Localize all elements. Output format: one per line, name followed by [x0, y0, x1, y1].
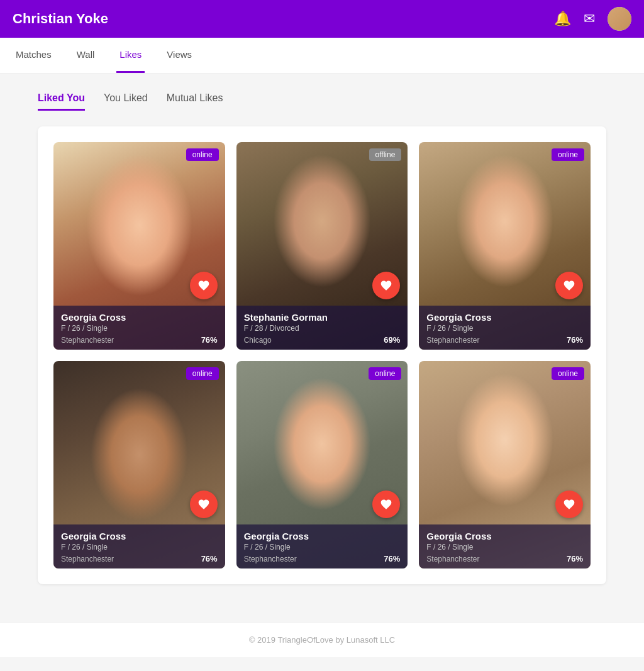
profile-match: 76% [201, 554, 218, 563]
profile-name: Georgia Cross [61, 312, 218, 323]
status-badge: offline [369, 148, 402, 161]
profile-location: Stephanchester [426, 336, 479, 345]
profiles-container: online Georgia Cross F / 26 / Single Ste… [38, 126, 606, 584]
profile-card[interactable]: online Georgia Cross F / 26 / Single Ste… [236, 361, 408, 568]
profile-details: F / 26 / Single [61, 324, 218, 333]
profile-details: F / 28 / Divorced [244, 324, 401, 333]
profile-name: Georgia Cross [244, 531, 401, 541]
card-footer: Stephanchester 76% [426, 554, 583, 563]
card-footer: Stephanchester 76% [61, 335, 218, 345]
status-badge: online [186, 367, 219, 380]
footer-text: © 2019 TriangleOfLove by Lunasoft LLC [249, 635, 395, 645]
nav-likes[interactable]: Likes [116, 38, 145, 73]
profile-location: Stephanchester [426, 555, 479, 563]
profile-details: F / 26 / Single [426, 324, 583, 333]
card-footer: Stephanchester 76% [426, 335, 583, 345]
mail-icon[interactable]: ✉ [584, 11, 595, 27]
tab-you-liked[interactable]: You Liked [104, 92, 148, 111]
nav-wall[interactable]: Wall [74, 38, 98, 73]
card-info: Georgia Cross F / 26 / Single Stephanche… [236, 524, 408, 568]
nav-views[interactable]: Views [164, 38, 195, 73]
nav-matches[interactable]: Matches [13, 38, 55, 73]
card-info: Georgia Cross F / 26 / Single Stephanche… [419, 306, 591, 350]
like-button[interactable] [372, 272, 400, 299]
app-header: Christian Yoke 🔔 ✉ [0, 0, 644, 38]
like-button[interactable] [555, 272, 583, 299]
profile-details: F / 26 / Single [61, 543, 218, 552]
card-info: Stephanie Gorman F / 28 / Divorced Chica… [236, 306, 408, 350]
profile-name: Georgia Cross [426, 531, 583, 541]
main-content: Liked You You Liked Mutual Likes online … [0, 74, 644, 603]
notification-icon[interactable]: 🔔 [554, 11, 571, 27]
profile-match: 76% [567, 554, 583, 563]
profile-name: Georgia Cross [426, 312, 583, 323]
profile-details: F / 26 / Single [426, 543, 583, 552]
profile-match: 76% [567, 335, 583, 345]
card-footer: Stephanchester 76% [244, 554, 401, 563]
profile-card[interactable]: offline Stephanie Gorman F / 28 / Divorc… [236, 142, 408, 350]
app-title: Christian Yoke [13, 11, 554, 27]
profile-details: F / 26 / Single [244, 543, 401, 552]
profile-card[interactable]: online Georgia Cross F / 26 / Single Ste… [53, 142, 225, 350]
profile-location: Stephanchester [244, 555, 297, 563]
status-badge: online [369, 367, 401, 380]
card-footer: Chicago 69% [244, 335, 401, 345]
profile-location: Stephanchester [61, 336, 114, 345]
profile-match: 69% [384, 335, 400, 345]
status-badge: online [552, 148, 584, 161]
status-badge: online [552, 367, 584, 380]
profile-card[interactable]: online Georgia Cross F / 26 / Single Ste… [53, 361, 225, 568]
card-info: Georgia Cross F / 26 / Single Stephanche… [53, 524, 225, 568]
header-icons: 🔔 ✉ [554, 7, 631, 31]
card-info: Georgia Cross F / 26 / Single Stephanche… [419, 524, 591, 568]
like-button[interactable] [190, 272, 218, 299]
profile-card[interactable]: online Georgia Cross F / 26 / Single Ste… [419, 361, 591, 568]
profile-name: Stephanie Gorman [244, 312, 401, 323]
page-footer: © 2019 TriangleOfLove by Lunasoft LLC [0, 622, 644, 657]
likes-tabs: Liked You You Liked Mutual Likes [38, 92, 606, 111]
avatar-image [608, 7, 631, 31]
profile-card[interactable]: online Georgia Cross F / 26 / Single Ste… [419, 142, 591, 350]
profile-match: 76% [201, 335, 218, 345]
status-badge: online [186, 148, 219, 161]
tab-mutual-likes[interactable]: Mutual Likes [167, 92, 223, 111]
profile-match: 76% [384, 554, 400, 563]
profiles-grid: online Georgia Cross F / 26 / Single Ste… [53, 142, 591, 568]
like-button[interactable] [372, 491, 400, 518]
like-button[interactable] [555, 491, 583, 518]
card-footer: Stephanchester 76% [61, 554, 218, 563]
tab-liked-you[interactable]: Liked You [38, 92, 85, 111]
main-nav: Matches Wall Likes Views [0, 38, 644, 74]
avatar[interactable] [608, 7, 631, 31]
profile-location: Stephanchester [61, 555, 114, 563]
profile-name: Georgia Cross [61, 531, 218, 541]
like-button[interactable] [190, 491, 218, 518]
profile-location: Chicago [244, 336, 272, 345]
card-info: Georgia Cross F / 26 / Single Stephanche… [53, 306, 225, 350]
